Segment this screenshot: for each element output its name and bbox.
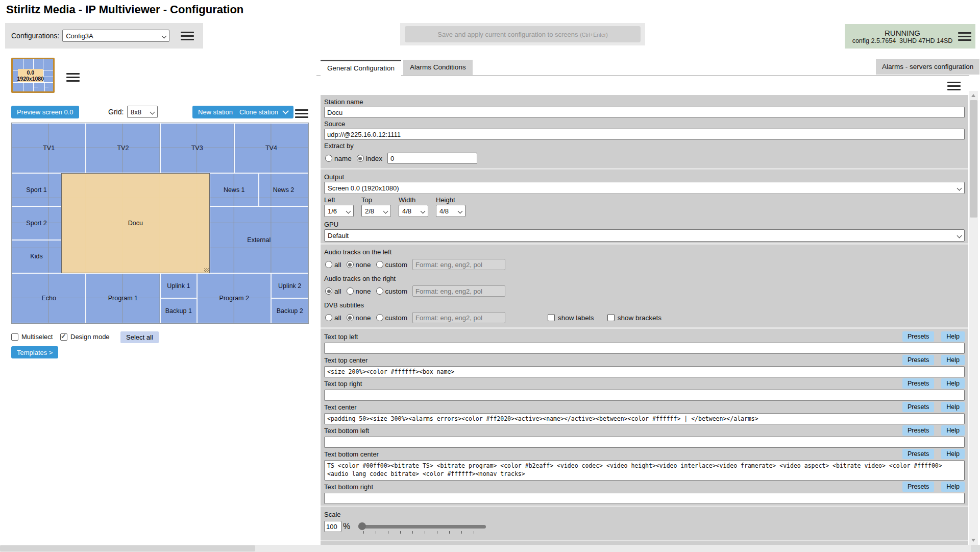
- help-button[interactable]: Help: [941, 449, 965, 459]
- audio-left-all-radio[interactable]: [325, 261, 332, 268]
- station-program-1[interactable]: Program 1: [86, 273, 160, 323]
- audio-left-custom-input: [412, 259, 505, 270]
- station-external[interactable]: External: [210, 206, 308, 273]
- scrollbar-thumb[interactable]: [970, 100, 977, 218]
- gpu-value: Default: [328, 232, 349, 239]
- help-button[interactable]: Help: [941, 425, 965, 436]
- design-mode-option[interactable]: Design mode: [60, 333, 110, 341]
- station-sport-1[interactable]: Sport 1: [12, 173, 61, 206]
- screen-thumbnail[interactable]: 0.0 1920x1080: [11, 58, 55, 93]
- design-mode-checkbox[interactable]: [60, 333, 67, 341]
- text-bottom-left-input[interactable]: [324, 437, 965, 448]
- station-tv4[interactable]: TV4: [234, 123, 308, 173]
- text-center-input[interactable]: [324, 413, 965, 424]
- text-top-left-input[interactable]: [324, 343, 965, 354]
- presets-button[interactable]: Presets: [902, 449, 934, 459]
- text-top-right-input[interactable]: [324, 390, 965, 401]
- slider-track[interactable]: [358, 525, 486, 529]
- scale-slider[interactable]: [358, 522, 486, 531]
- multiselect-option[interactable]: Multiselect: [11, 333, 53, 341]
- extract-by-name-radio[interactable]: [325, 155, 332, 162]
- audio-right-custom-radio[interactable]: [376, 287, 383, 295]
- alarms-servers-configuration-button[interactable]: Alarms - servers configuration: [876, 59, 979, 75]
- status-menu-icon[interactable]: [958, 30, 971, 43]
- help-button[interactable]: Help: [941, 355, 965, 365]
- grid-size-select[interactable]: 8x8: [127, 106, 158, 118]
- station-echo[interactable]: Echo: [12, 273, 86, 323]
- help-button[interactable]: Help: [941, 378, 965, 389]
- tab-general-configuration[interactable]: General Configuration: [321, 60, 401, 76]
- configurations-menu-icon[interactable]: [181, 30, 194, 42]
- help-button[interactable]: Help: [941, 482, 965, 492]
- extract-index-input[interactable]: [387, 153, 477, 164]
- gpu-select[interactable]: Default: [324, 229, 965, 242]
- scroll-up-icon[interactable]: [971, 94, 975, 97]
- presets-button[interactable]: Presets: [902, 402, 934, 412]
- source-input[interactable]: [324, 129, 965, 140]
- panel-menu-icon[interactable]: [947, 80, 961, 92]
- audio-right-none-radio[interactable]: [347, 287, 354, 295]
- presets-button[interactable]: Presets: [902, 482, 934, 492]
- multiselect-checkbox[interactable]: [11, 333, 18, 341]
- save-apply-button[interactable]: Save and apply current configuration to …: [405, 26, 641, 42]
- scrollbar-thumb[interactable]: [0, 545, 255, 551]
- clone-station-button[interactable]: Clone station: [234, 106, 293, 118]
- station-program-2[interactable]: Program 2: [197, 273, 271, 323]
- station-tv1[interactable]: TV1: [12, 123, 86, 173]
- audio-left-custom-radio[interactable]: [376, 261, 383, 268]
- station-backup-1[interactable]: Backup 1: [160, 298, 198, 323]
- station-docu[interactable]: Docu: [61, 173, 210, 273]
- text-bottom-center-input[interactable]: TS <color #00ff00><bitrate TS> <bitrate …: [324, 460, 965, 481]
- station-news-1[interactable]: News 1: [210, 173, 259, 206]
- show-brackets-checkbox[interactable]: [607, 314, 615, 321]
- station-name-input[interactable]: [324, 107, 965, 118]
- slider-thumb[interactable]: [358, 522, 366, 530]
- audio-right-all-radio[interactable]: [325, 287, 332, 295]
- resize-handle-icon[interactable]: [204, 268, 209, 272]
- presets-button[interactable]: Presets: [902, 425, 934, 436]
- station-toolbar-menu-icon[interactable]: [295, 107, 308, 120]
- height-select[interactable]: 4/8: [436, 205, 465, 217]
- dvb-custom-radio[interactable]: [376, 314, 383, 321]
- station-uplink-1[interactable]: Uplink 1: [160, 273, 198, 298]
- thumbnail-menu-icon[interactable]: [66, 71, 80, 84]
- select-all-button[interactable]: Select all: [120, 331, 159, 343]
- station-label: Backup 1: [165, 307, 192, 315]
- scroll-down-icon[interactable]: [971, 539, 975, 542]
- thumb-line: [33, 87, 38, 87]
- extract-by-index-radio[interactable]: [357, 155, 364, 162]
- text-top-center-input[interactable]: [324, 366, 965, 377]
- configurations-select[interactable]: Config3A: [62, 30, 169, 42]
- help-button[interactable]: Help: [941, 331, 965, 342]
- station-grid[interactable]: TV1TV2TV3TV4Sport 1Sport 2KidsNews 1News…: [11, 123, 309, 324]
- scale-input[interactable]: [324, 521, 341, 532]
- top-select[interactable]: 2/8: [361, 205, 391, 217]
- audio-left-none-radio[interactable]: [347, 261, 354, 268]
- presets-button[interactable]: Presets: [902, 378, 934, 389]
- preview-screen-button[interactable]: Preview screen 0.0: [11, 106, 79, 118]
- station-backup-2[interactable]: Backup 2: [271, 298, 308, 323]
- tab-alarms-conditions[interactable]: Alarms Conditions: [403, 60, 473, 75]
- horizontal-scrollbar[interactable]: [0, 545, 980, 552]
- templates-button[interactable]: Templates >: [11, 346, 58, 358]
- left-select[interactable]: 1/6: [324, 205, 354, 217]
- station-sport-2[interactable]: Sport 2: [12, 206, 61, 239]
- text-bottom-right-input[interactable]: [324, 493, 965, 504]
- station-news-2[interactable]: News 2: [259, 173, 308, 206]
- new-station-button[interactable]: New station: [192, 106, 238, 118]
- width-select[interactable]: 4/8: [399, 205, 428, 217]
- presets-button[interactable]: Presets: [902, 331, 934, 342]
- station-tv2[interactable]: TV2: [86, 123, 160, 173]
- station-tv3[interactable]: TV3: [160, 123, 234, 173]
- dvb-none-radio[interactable]: [347, 314, 354, 321]
- station-kids[interactable]: Kids: [12, 240, 61, 273]
- show-labels-checkbox[interactable]: [548, 314, 555, 321]
- right-panel-scrollbar[interactable]: [969, 91, 978, 545]
- configurations-label: Configurations:: [11, 32, 59, 40]
- dvb-all-radio[interactable]: [325, 314, 332, 321]
- dvb-subtitles-group: DVB subtitles all none custom show label…: [324, 299, 965, 326]
- output-select[interactable]: Screen 0.0 (1920x1080): [324, 182, 965, 194]
- help-button[interactable]: Help: [941, 402, 965, 412]
- station-uplink-2[interactable]: Uplink 2: [271, 273, 308, 298]
- presets-button[interactable]: Presets: [902, 355, 934, 365]
